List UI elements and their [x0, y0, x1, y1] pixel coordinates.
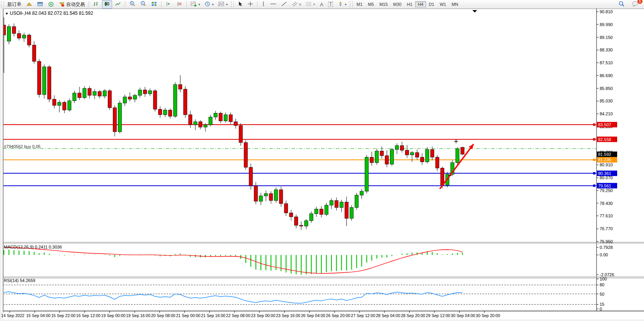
new-order-label: 新订单	[7, 1, 21, 8]
toolbar-grip[interactable]	[1, 1, 4, 7]
svg-text:28 Sep 04:00: 28 Sep 04:00	[376, 313, 400, 318]
text-tool-icon: A	[320, 2, 323, 7]
periods-caret-icon: ▾	[212, 3, 214, 6]
svg-text:23 Sep 00:00: 23 Sep 00:00	[251, 313, 275, 318]
new-order-button[interactable]: 新订单	[5, 0, 23, 9]
svg-text:30 Sep 20:00: 30 Sep 20:00	[476, 313, 500, 318]
arrows-tool-icon	[338, 1, 343, 8]
terminal-button[interactable]	[35, 0, 45, 9]
tab-timeframe-mn[interactable]: MN	[449, 1, 461, 7]
line-chart-button[interactable]	[113, 0, 123, 9]
tab-timeframe-h1[interactable]: H1	[404, 1, 415, 7]
chart-shift-icon	[176, 1, 182, 8]
text-label-button[interactable]: T	[326, 0, 335, 9]
svg-text:90.810: 90.810	[600, 9, 613, 14]
toolbar-separator	[257, 1, 258, 7]
notifications-button[interactable]: 1	[630, 0, 640, 9]
svg-text:23 Sep 16:00: 23 Sep 16:00	[276, 313, 300, 318]
vertical-line-icon	[261, 1, 265, 8]
periods-button[interactable]: ▾	[203, 0, 216, 9]
tab-timeframe-m30[interactable]: M30	[390, 1, 404, 7]
tile-windows-button[interactable]	[149, 0, 159, 9]
tile-windows-icon	[151, 1, 157, 8]
zoom-out-button[interactable]	[138, 0, 148, 9]
svg-text:79.561: 79.561	[598, 183, 611, 188]
svg-text:26 Sep 04:00: 26 Sep 04:00	[301, 313, 325, 318]
svg-text:80.361: 80.361	[598, 171, 611, 176]
svg-text:89.990: 89.990	[600, 22, 613, 27]
svg-text:78.430: 78.430	[600, 201, 613, 206]
cursor-icon	[237, 1, 243, 8]
trendline-button[interactable]	[279, 0, 289, 9]
svg-text:29 Sep 12:00: 29 Sep 12:00	[426, 313, 450, 318]
templates-button[interactable]: ▾	[216, 0, 230, 9]
fibonacci-letter: F	[313, 3, 315, 6]
bar-chart-button[interactable]	[91, 0, 101, 9]
svg-text:14 Sep 2022: 14 Sep 2022	[1, 313, 25, 318]
price-chart-canvas[interactable]: 90.81089.99089.15088.33087.51086.69085.8…	[0, 9, 644, 321]
svg-text:79.250: 79.250	[600, 188, 613, 193]
svg-text:80.070: 80.070	[600, 175, 613, 180]
zoom-out-icon	[140, 1, 146, 8]
indicators-button[interactable]: ▾	[189, 0, 202, 9]
svg-text:84.210: 84.210	[600, 111, 613, 116]
auto-scroll-button[interactable]	[163, 0, 174, 9]
profile-icon	[26, 2, 32, 7]
fibonacci-button[interactable]: F	[304, 0, 317, 9]
svg-text:83.507: 83.507	[598, 122, 611, 127]
chart-profile-button[interactable]	[24, 0, 34, 9]
text-label-icon: T	[328, 2, 333, 7]
svg-text:22 Sep 08:00: 22 Sep 08:00	[226, 313, 251, 318]
sonar-icon	[48, 2, 54, 7]
svg-text:0.7928: 0.7928	[600, 245, 613, 250]
svg-text:19 Sep 00:00: 19 Sep 00:00	[101, 313, 126, 318]
equidistant-channel-button[interactable]: E	[290, 0, 303, 9]
tab-timeframe-h4[interactable]: H4	[415, 1, 426, 7]
text-button[interactable]: A	[318, 0, 325, 9]
tab-timeframe-m5[interactable]: M5	[365, 1, 377, 7]
zoom-in-button[interactable]	[127, 0, 137, 9]
tab-timeframe-w1[interactable]: W1	[437, 1, 449, 7]
zoom-in-icon	[129, 1, 135, 8]
horizontal-line-icon	[270, 1, 276, 8]
channel-icon	[292, 1, 298, 8]
indicators-icon	[191, 1, 197, 8]
auto-scroll-icon	[165, 1, 172, 8]
auto-trading-icon	[59, 2, 65, 7]
horizontal-line-button[interactable]	[268, 0, 278, 9]
svg-text:28 Sep 20:00: 28 Sep 20:00	[401, 313, 425, 318]
arrows-button[interactable]: ▾	[336, 0, 348, 9]
svg-text:85.030: 85.030	[600, 99, 613, 103]
toolbar-grip[interactable]	[231, 1, 234, 7]
strategy-tester-button[interactable]	[46, 0, 56, 9]
svg-text:76.770: 76.770	[600, 226, 613, 231]
chart-shift-button[interactable]	[174, 0, 184, 9]
candlestick-chart-button[interactable]	[102, 0, 112, 9]
notification-badge: 1	[637, 0, 642, 4]
auto-trading-button[interactable]: 自动交易	[57, 0, 87, 9]
crosshair-button[interactable]	[246, 0, 255, 9]
toolbar-grip[interactable]	[350, 1, 353, 7]
main-toolbar: 新订单 自动交易	[0, 0, 644, 9]
tab-timeframe-d1[interactable]: D1	[426, 1, 437, 7]
svg-text:100: 100	[600, 277, 607, 281]
svg-text:19 Sep 16:00: 19 Sep 16:00	[126, 313, 151, 318]
channel-letter: E	[299, 3, 301, 6]
cursor-button[interactable]	[235, 0, 245, 9]
svg-text:77.610: 77.610	[600, 213, 613, 218]
search-button[interactable]	[616, 0, 627, 9]
svg-text:88.330: 88.330	[600, 48, 613, 52]
tab-timeframe-m15[interactable]: M15	[377, 1, 390, 7]
window-left-splitter[interactable]	[0, 9, 4, 312]
toolbar-separator	[161, 1, 161, 7]
terminal-icon	[37, 2, 43, 7]
candlestick-chart-icon	[104, 1, 110, 8]
svg-text:87.510: 87.510	[600, 60, 613, 65]
svg-text:0: 0	[600, 307, 602, 311]
svg-text:89.150: 89.150	[600, 35, 613, 40]
svg-text:85.850: 85.850	[600, 86, 613, 91]
arrows-caret-icon: ▾	[345, 3, 346, 6]
tab-timeframe-m1[interactable]: M1	[354, 1, 365, 7]
vertical-line-button[interactable]	[260, 0, 267, 9]
svg-text:75.950: 75.950	[600, 239, 613, 244]
